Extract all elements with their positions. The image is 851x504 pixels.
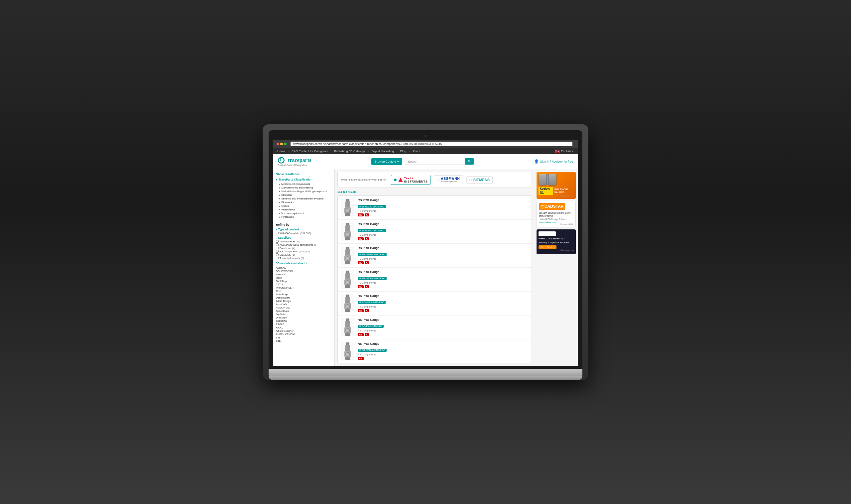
ad-solenoid-valves[interactable]: Series UL SOLENOID VALVES Sponsored link — [537, 172, 576, 199]
product-sku[interactable]: IPS-G4002-5M1/PRO — [358, 325, 384, 328]
cad-altium[interactable]: Altium Designer — [276, 329, 332, 333]
supplier-eurotherm-checkbox[interactable] — [276, 247, 278, 249]
product-name[interactable]: RS PRO Gauge — [358, 294, 528, 298]
sidebar-item-vacuum[interactable]: Vacuum equipment — [276, 212, 332, 215]
cad-draftsight[interactable]: DraftSight — [276, 316, 332, 320]
sidebar-item-material-handling[interactable]: Material handling and lifting equipment — [276, 190, 332, 193]
cad-designspark[interactable]: DesignSpark — [276, 296, 332, 300]
xometry-cta-button[interactable]: Get a Quote › — [539, 245, 557, 249]
cad-zuken[interactable]: ZUKEN CR-8000 — [276, 333, 332, 336]
product-row[interactable]: RS PRO Gauge IPS-GM1P8-5M12/PRO RS Compo… — [338, 291, 531, 316]
url-bar[interactable]: www.traceparts.com/en/search/traceparts-… — [291, 142, 573, 146]
nav-home[interactable]: Home — [277, 150, 285, 153]
cad-kicad[interactable]: KiCAD — [276, 326, 332, 329]
filter-cad-models[interactable]: With CAD models (134,500) — [276, 232, 332, 235]
catalog-siemens[interactable]: SIEMENS — [466, 176, 493, 183]
nav-publishing[interactable]: Publishing 3D Catalogs — [334, 150, 365, 153]
filter-eurotherm[interactable]: Eurotherm (4) — [276, 247, 332, 250]
sidebar-item-pneumatics[interactable]: Pneumatics — [276, 208, 332, 212]
ad-xometry[interactable]: Xometry Need Custom Parts? Xometry is Op… — [537, 229, 576, 254]
catalog-assmann-radio — [437, 179, 439, 181]
laptop-bottom — [269, 376, 582, 380]
sidebar-item-mechanical[interactable]: Mechanical components — [276, 182, 332, 186]
cad-proengineer[interactable]: Pro/ENGINEER — [276, 286, 332, 290]
product-name[interactable]: RS PRO Gauge — [358, 270, 528, 274]
supplier-rs-checkbox[interactable] — [276, 250, 278, 253]
sidebar-item-optics[interactable]: Optics — [276, 204, 332, 208]
cad-gstarcad[interactable]: GstarCAD — [276, 320, 332, 323]
arrow-icon — [276, 236, 277, 239]
sidebar-item-manufacturing[interactable]: Manufacturing engineering — [276, 186, 332, 190]
filter-rs-components[interactable]: RS Components (134,493) — [276, 250, 332, 253]
product-name[interactable]: RS PRO Gauge — [358, 318, 528, 322]
product-row[interactable]: RS PRO Gauge IPSU-GP008-5M12/PRO RS Comp… — [338, 268, 531, 291]
cad-spaceclaim[interactable]: SpaceClaim — [276, 309, 332, 313]
product-row[interactable]: RS PRO Gauge IPS-G4002-5M1/PRO RS Compon… — [338, 316, 531, 339]
product-row[interactable]: RS PRO Gauge IPSU-GP100-8M12/PRO RS Comp… — [338, 244, 531, 268]
product-name[interactable]: RS PRO Gauge — [358, 198, 528, 202]
cad-creo[interactable]: Creo — [276, 290, 332, 293]
xometry-logo: Xometry — [540, 232, 555, 236]
sidebar-item-electrical[interactable]: Electrical — [276, 193, 332, 197]
ecad-tagline: 3D EDA solution with the power of the in… — [539, 212, 574, 217]
product-sku[interactable]: IPSL-G0250-5M12/PRO — [358, 205, 386, 208]
product-row[interactable]: RS PRO Gauge IPSU-GP100-5M12/PRO RS Comp… — [338, 339, 531, 363]
product-image — [343, 294, 353, 312]
product-name[interactable]: RS PRO Gauge — [358, 246, 528, 250]
supplier-siemens-checkbox[interactable] — [276, 253, 278, 256]
product-sku[interactable]: IPS-GM1P8-5M12/PRO — [358, 301, 386, 304]
search-button[interactable]: 🔍 — [465, 158, 474, 165]
cad-bricscad[interactable]: BricsCAD — [276, 303, 332, 306]
cad-sketchup[interactable]: SketchUp — [276, 280, 332, 283]
supplier-ti-checkbox[interactable] — [276, 257, 278, 259]
sidebar-item-hydraulics[interactable]: Hydraulics — [276, 215, 332, 219]
product-sku[interactable]: IPSL-G0050-5M12/PRO — [358, 229, 386, 232]
browse-content-button[interactable]: Browse Content — [371, 158, 402, 165]
cad-topsolid[interactable]: TopSolid — [276, 313, 332, 316]
catalog-assmann[interactable]: ASSMANN WSW components — [434, 175, 463, 184]
cad-fusion360[interactable]: FUSION 360 — [276, 306, 332, 309]
supplier-assmann-checkbox[interactable] — [276, 244, 278, 246]
product-name[interactable]: RS PRO Gauge — [358, 222, 528, 226]
ad-series-label: Series UL — [539, 187, 553, 195]
filter-siemens[interactable]: SIEMENS (1) — [276, 253, 332, 256]
language-label[interactable]: English — [561, 150, 571, 153]
cad-eagle[interactable]: EAGLE — [276, 323, 332, 326]
product-sku[interactable]: IPSU-GP100-8M12/PRO — [358, 253, 386, 256]
search-input[interactable] — [405, 159, 465, 165]
logo[interactable]: t traceparts — [278, 157, 311, 164]
minimize-dot[interactable] — [280, 143, 283, 145]
classification-title[interactable]: ▾ TraceParts Classification — [276, 178, 332, 181]
sign-in-link[interactable]: 👤 Sign in / Register for free — [534, 159, 573, 164]
cad-solidworks[interactable]: SOLIDWORKS — [276, 270, 332, 273]
nav-blog[interactable]: Blog — [400, 150, 406, 153]
cad-solidedge[interactable]: Solid Edge — [276, 293, 332, 296]
language-chevron[interactable]: ▾ — [572, 150, 574, 153]
expand-dot[interactable] — [284, 143, 287, 145]
catalog-ti[interactable]: Texas INSTRUMENTS — [391, 175, 431, 185]
cad-catia[interactable]: CATIA — [276, 283, 332, 286]
cad-models-checkbox[interactable] — [276, 232, 278, 234]
cad-autocad[interactable]: AutoCAD — [276, 266, 332, 270]
product-row[interactable]: RS PRO Gauge IPSL-G0050-5M12/PRO RS Comp… — [338, 220, 531, 244]
cad-inventor[interactable]: Inventor — [276, 273, 332, 276]
filter-texas-instruments[interactable]: Texas Instruments (2) — [276, 257, 332, 260]
ad-ecadstar[interactable]: @CADSTAR 3D EDA solution with the power … — [537, 201, 576, 228]
cad-alibre[interactable]: Alibre Design — [276, 300, 332, 303]
product-sku[interactable]: IPSU-GP100-5M12/PRO — [358, 349, 386, 352]
cad-revit[interactable]: Revit — [276, 276, 332, 280]
cad-step[interactable]: STEP — [276, 339, 332, 343]
nav-cad-content[interactable]: CAD Content for Designers — [292, 150, 328, 153]
filter-advantech[interactable]: ADVANTECH (27) — [276, 240, 332, 243]
supplier-advantech-checkbox[interactable] — [276, 240, 278, 243]
product-row[interactable]: RS PRO Gauge IPSL-G0250-5M12/PRO RS Comp… — [338, 196, 531, 220]
nav-digital-marketing[interactable]: Digital Marketing — [372, 150, 394, 153]
product-name[interactable]: RS PRO Gauge — [358, 342, 528, 345]
filter-assmann[interactable]: ASSMANN WSW components (1) — [276, 244, 332, 246]
sidebar-item-electronics[interactable]: Electronics — [276, 200, 332, 204]
cad-stl[interactable]: STL — [276, 336, 332, 339]
product-sku[interactable]: IPSU-GP008-5M12/PRO — [358, 277, 386, 280]
close-dot[interactable] — [276, 143, 279, 145]
sidebar-item-sensors[interactable]: Sensors and measurement systems — [276, 197, 332, 200]
nav-about[interactable]: About — [413, 150, 420, 153]
